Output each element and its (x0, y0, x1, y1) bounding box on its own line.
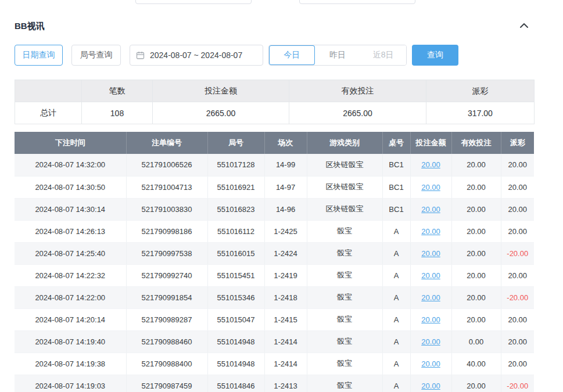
section-header: BB视讯 (0, 20, 563, 31)
table-row: 2024-08-07 14:26:13521790998186551016112… (15, 220, 534, 242)
cell-table-number: BC1 (382, 154, 410, 176)
cell-order-number: 521791004713 (126, 176, 207, 198)
cell-bet-amount: 20.00 (410, 353, 451, 375)
cell-bet-amount: 20.00 (410, 242, 451, 264)
cell-bet-time: 2024-08-07 14:20:14 (15, 308, 126, 330)
search-button[interactable]: 查询 (412, 45, 458, 66)
table-row: 2024-08-07 14:20:14521790989287551015047… (15, 308, 534, 330)
table-row: 2024-08-07 14:30:14521791003830551016823… (15, 198, 534, 220)
cell-round-number: 551016112 (207, 220, 264, 242)
cell-session: 14-99 (264, 154, 307, 176)
cell-order-number: 521790997538 (126, 242, 207, 264)
bet-amount-link[interactable]: 20.00 (421, 359, 440, 368)
page: { "colors": { "accent": "#4ba4e8", "nega… (0, 0, 563, 392)
cell-valid-bet: 20.00 (451, 198, 501, 220)
cell-table-number: A (382, 220, 410, 242)
cell-order-number: 521790987459 (126, 375, 207, 392)
bet-amount-link[interactable]: 20.00 (421, 205, 440, 214)
cell-table-number: A (382, 242, 410, 264)
cell-game-type: 骰宝 (307, 264, 382, 286)
cell-bet-amount: 20.00 (410, 198, 451, 220)
table-row: 2024-08-07 14:19:38521790988400551014948… (15, 353, 534, 375)
cell-order-number: 521790988400 (126, 353, 207, 375)
cell-session: 1-2424 (264, 242, 307, 264)
cell-order-number: 521790992740 (126, 264, 207, 286)
header-payout: 派彩 (501, 132, 534, 154)
records-table-body: 2024-08-07 14:32:00521791006526551017128… (15, 154, 534, 392)
cell-valid-bet: 20.00 (451, 176, 501, 198)
cell-payout: 20.00 (501, 353, 534, 375)
cell-payout: 20.00 (501, 198, 534, 220)
cell-game-type: 区块链骰宝 (307, 154, 382, 176)
cell-session: 1-2414 (264, 353, 307, 375)
bet-amount-link[interactable]: 20.00 (421, 227, 440, 236)
cell-payout: -20.00 (501, 375, 534, 392)
bet-amount-link[interactable]: 20.00 (421, 382, 440, 390)
cell-round-number: 551016015 (207, 242, 264, 264)
cell-table-number: BC1 (382, 198, 410, 220)
cell-order-number: 521791003830 (126, 198, 207, 220)
cell-bet-amount: 20.00 (410, 220, 451, 242)
cell-valid-bet: 20.00 (451, 154, 501, 176)
bet-amount-link[interactable]: 20.00 (421, 315, 440, 324)
cell-valid-bet: 20.00 (451, 220, 501, 242)
cell-bet-amount: 20.00 (410, 308, 451, 330)
date-query-tab[interactable]: 日期查询 (15, 45, 63, 66)
cell-table-number: A (382, 308, 410, 330)
bet-amount-link[interactable]: 20.00 (421, 160, 440, 169)
quick-range-yesterday[interactable]: 昨日 (315, 45, 361, 65)
cell-order-number: 521790991854 (126, 286, 207, 308)
cell-session: 1-2419 (264, 264, 307, 286)
cell-game-type: 区块链骰宝 (307, 198, 382, 220)
cell-order-number: 521790998186 (126, 220, 207, 242)
cropped-input-right[interactable] (299, 0, 415, 4)
cell-valid-bet: 20.00 (451, 242, 501, 264)
quick-range-today[interactable]: 今日 (269, 45, 315, 65)
cell-payout: 20.00 (501, 220, 534, 242)
cell-round-number: 551014948 (207, 330, 264, 353)
summary-total-count: 108 (82, 102, 153, 124)
quick-range-last-8-days[interactable]: 近8日 (360, 45, 406, 65)
summary-total-label: 总计 (15, 102, 82, 124)
bet-amount-link[interactable]: 20.00 (421, 337, 440, 346)
cell-game-type: 骰宝 (307, 220, 382, 242)
cell-session: 1-2414 (264, 330, 307, 353)
bet-amount-link[interactable]: 20.00 (421, 293, 440, 302)
cell-bet-time: 2024-08-07 14:19:38 (15, 353, 126, 375)
cell-round-number: 551016921 (207, 176, 264, 198)
cell-bet-amount: 20.00 (410, 330, 451, 353)
date-range-input[interactable]: 2024-08-07 ~ 2024-08-07 (130, 45, 263, 66)
cell-valid-bet: 20.00 (451, 375, 501, 392)
collapse-section-button[interactable] (518, 20, 530, 31)
cell-table-number: A (382, 330, 410, 353)
round-query-tab[interactable]: 局号查询 (71, 45, 121, 66)
cell-game-type: 骰宝 (307, 375, 382, 392)
cell-valid-bet: 40.00 (451, 353, 501, 375)
cell-round-number: 551015451 (207, 264, 264, 286)
cell-valid-bet: 20.00 (451, 286, 501, 308)
filter-bar: 日期查询 局号查询 2024-08-07 ~ 2024-08-07 今日 昨日 … (15, 45, 548, 66)
cell-bet-amount: 20.00 (410, 264, 451, 286)
header-round-number: 局号 (207, 132, 264, 154)
table-row: 2024-08-07 14:25:40521790997538551016015… (15, 242, 534, 264)
bet-amount-link[interactable]: 20.00 (421, 271, 440, 280)
date-range-value: 2024-08-07 ~ 2024-08-07 (150, 51, 242, 60)
summary-total-payout: 317.00 (426, 102, 535, 124)
cell-session: 1-2418 (264, 286, 307, 308)
bet-amount-link[interactable]: 20.00 (421, 249, 440, 258)
records-table: 下注时间 注单编号 局号 场次 游戏类别 桌号 投注金额 有效投注 派彩 202… (15, 132, 534, 392)
summary-total-row: 总计 108 2665.00 2665.00 317.00 (15, 102, 535, 124)
cell-order-number: 521791006526 (126, 154, 207, 176)
cell-table-number: A (382, 353, 410, 375)
cell-bet-amount: 20.00 (410, 176, 451, 198)
cell-valid-bet: 0.00 (451, 330, 501, 353)
cell-round-number: 551014846 (207, 375, 264, 392)
summary-total-bet-amount: 2665.00 (153, 102, 289, 124)
bet-amount-link[interactable]: 20.00 (421, 183, 440, 192)
cropped-input-left[interactable] (135, 0, 252, 4)
chevron-up-icon (519, 21, 529, 30)
summary-header-count: 笔数 (82, 80, 153, 102)
cell-game-type: 骰宝 (307, 242, 382, 264)
cell-table-number: A (382, 264, 410, 286)
summary-table: 笔数 投注金额 有效投注 派彩 总计 108 2665.00 2665.00 3… (15, 80, 535, 124)
